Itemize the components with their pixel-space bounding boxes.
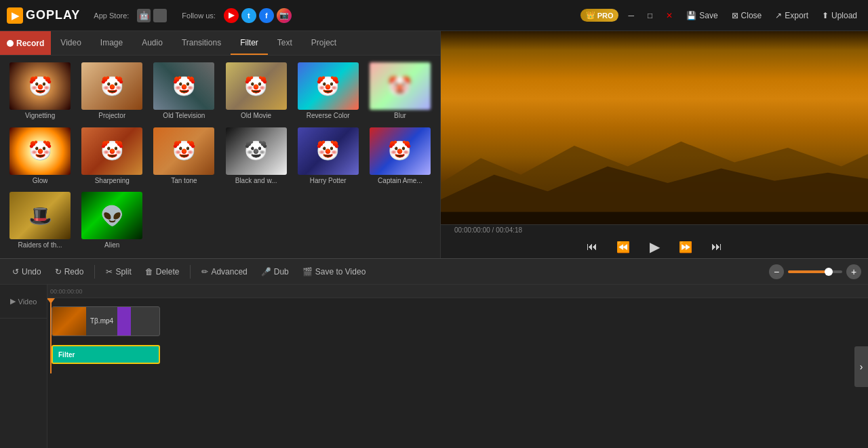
save-icon: 💾 xyxy=(686,11,696,20)
filter-thumb-vignette: 🤡 xyxy=(9,62,71,110)
filter-item-harry-potter[interactable]: 🤡Harry Potter xyxy=(294,126,363,188)
delete-icon: 🗑 xyxy=(145,267,153,277)
redo-icon: ↻ xyxy=(55,267,62,277)
tab-filter[interactable]: Filter xyxy=(231,31,268,55)
skip-to-end-button[interactable]: ⏭ xyxy=(707,237,727,257)
timeline-right[interactable]: 00:00:00:00 Tβ.mp4 Filter xyxy=(47,285,868,448)
filter-label-harry-potter: Harry Potter xyxy=(310,177,347,184)
tab-image[interactable]: Image xyxy=(91,31,132,55)
filter-thumb-blur: 🤡 xyxy=(370,62,431,110)
filter-grid: 🤡Vignetting🤡Projector🤡Old Television🤡Old… xyxy=(0,56,440,258)
zoom-out-button[interactable]: − xyxy=(769,264,784,279)
filter-item-black-white[interactable]: 🤡Black and w... xyxy=(221,126,290,188)
app-logo: ▶ GOPLAY xyxy=(7,7,80,24)
record-button[interactable]: Record xyxy=(0,31,51,55)
logo-icon: ▶ xyxy=(7,7,23,24)
filter-thumb-projector: 🤡 xyxy=(81,62,142,110)
divider-2 xyxy=(190,265,191,279)
filter-label-old-television: Old Television xyxy=(163,112,205,119)
filter-label-tan-tone: Tan tone xyxy=(171,177,197,184)
video-canvas xyxy=(441,31,868,224)
filter-thumb-reverse-color: 🤡 xyxy=(298,62,359,110)
upload-button[interactable]: ⬆ Upload xyxy=(818,8,861,23)
divider-1 xyxy=(94,265,95,279)
window-close-btn[interactable]: ✕ xyxy=(662,8,677,23)
youtube-icon[interactable]: ▶ xyxy=(224,8,239,23)
scroll-right-arrow[interactable]: › xyxy=(854,346,868,387)
filter-label-old-movie: Old Movie xyxy=(241,112,271,119)
video-clip[interactable]: Tβ.mp4 xyxy=(52,306,160,336)
filter-item-sharpening[interactable]: 🤡Sharpening xyxy=(77,126,146,188)
filter-item-old-movie[interactable]: 🤡Old Movie xyxy=(221,61,290,123)
filter-item-tan-tone[interactable]: 🤡Tan tone xyxy=(149,126,218,188)
app-name: GOPLAY xyxy=(26,8,80,22)
maximize-btn[interactable]: □ xyxy=(644,8,656,23)
split-button[interactable]: ✂ Split xyxy=(100,264,136,279)
video-track-icon: ▶ xyxy=(10,297,16,306)
tab-bar: Record Video Image Audio Transitions Fil… xyxy=(0,31,440,56)
filter-item-captain-ame[interactable]: 🤡Captain Ame... xyxy=(366,126,435,188)
filter-label-reverse-color: Reverse Color xyxy=(307,112,350,119)
filter-item-raiders[interactable]: 🎩Raiders of th... xyxy=(5,190,75,253)
skip-to-start-button[interactable]: ⏮ xyxy=(582,237,602,257)
time-display: 00:00:00:00 / 00:04:18 xyxy=(454,226,854,234)
filter-label-alien: Alien xyxy=(104,241,119,249)
advanced-button[interactable]: ✏ Advanced xyxy=(196,264,252,279)
filter-track-clip[interactable]: Filter xyxy=(52,345,160,364)
facebook-icon[interactable]: f xyxy=(259,8,274,23)
video-track-label: ▶ Video xyxy=(0,285,47,319)
minimize-btn[interactable]: ─ xyxy=(624,8,638,23)
delete-button[interactable]: 🗑 Delete xyxy=(140,264,185,279)
right-panel: 00:00:00:00 / 00:04:18 ⏮ ⏪ ▶ ⏩ ⏭ xyxy=(441,31,868,258)
fast-forward-button[interactable]: ⏩ xyxy=(675,237,696,257)
instagram-icon[interactable]: 📷 xyxy=(277,8,292,23)
filter-thumb-glow: 🤡 xyxy=(9,127,71,175)
filter-thumb-harry-potter: 🤡 xyxy=(298,127,359,175)
android-icon[interactable]: 🤖 xyxy=(137,9,151,22)
filter-item-vignette[interactable]: 🤡Vignetting xyxy=(5,61,75,123)
close-button[interactable]: ⊠ Close xyxy=(728,8,766,23)
filter-item-old-television[interactable]: 🤡Old Television xyxy=(149,61,218,123)
filter-track-row: Filter xyxy=(52,342,864,367)
undo-button[interactable]: ↺ Undo xyxy=(7,264,47,279)
zoom-slider[interactable] xyxy=(788,270,842,273)
playback-controls: ⏮ ⏪ ▶ ⏩ ⏭ xyxy=(454,237,854,257)
filter-item-reverse-color[interactable]: 🤡Reverse Color xyxy=(294,61,363,123)
dub-button[interactable]: 🎤 Dub xyxy=(256,264,294,279)
tab-audio[interactable]: Audio xyxy=(132,31,172,55)
timeline-left: ▶ Video xyxy=(0,285,47,448)
close-icon: ⊠ xyxy=(732,11,738,20)
rewind-button[interactable]: ⏪ xyxy=(613,237,633,257)
tab-project[interactable]: Project xyxy=(302,31,346,55)
top-bar: ▶ GOPLAY App Store: 🤖 Follow us: ▶ t f 📷… xyxy=(0,0,868,31)
tab-video[interactable]: Video xyxy=(51,31,90,55)
filter-item-alien[interactable]: 👽Alien xyxy=(77,190,146,253)
clip-label: Tβ.mp4 xyxy=(86,317,117,325)
twitter-icon[interactable]: t xyxy=(241,8,256,23)
filter-label-raiders: Raiders of th... xyxy=(18,241,62,249)
save-video-icon: 🎬 xyxy=(302,267,313,277)
save-to-video-button[interactable]: 🎬 Save to Video xyxy=(297,264,372,279)
zoom-in-button[interactable]: + xyxy=(846,264,861,279)
save-button[interactable]: 💾 Save xyxy=(682,8,722,23)
filter-item-blur[interactable]: 🤡Blur xyxy=(366,61,435,123)
follow-label: Follow us: xyxy=(182,12,216,20)
filter-item-projector[interactable]: 🤡Projector xyxy=(77,61,146,123)
record-dot-icon xyxy=(7,40,14,47)
social-icons: ▶ t f 📷 xyxy=(224,8,292,23)
tab-transitions[interactable]: Transitions xyxy=(172,31,231,55)
clip-thumbnail xyxy=(52,307,86,335)
playhead xyxy=(50,298,52,373)
redo-button[interactable]: ↻ Redo xyxy=(50,264,90,279)
filter-item-glow[interactable]: 🤡Glow xyxy=(5,126,75,188)
timeline-tracks: Tβ.mp4 Filter xyxy=(47,298,868,373)
export-button[interactable]: ↗ Export xyxy=(771,8,812,23)
filter-label-vignette: Vignetting xyxy=(25,112,55,119)
filter-label-blur: Blur xyxy=(394,112,406,119)
play-pause-button[interactable]: ▶ xyxy=(644,237,665,257)
zoom-controls: − + xyxy=(769,264,861,279)
filter-label-captain-ame: Captain Ame... xyxy=(378,177,422,184)
apple-icon[interactable] xyxy=(153,9,167,22)
tab-text[interactable]: Text xyxy=(268,31,302,55)
filter-thumb-alien: 👽 xyxy=(81,192,142,239)
